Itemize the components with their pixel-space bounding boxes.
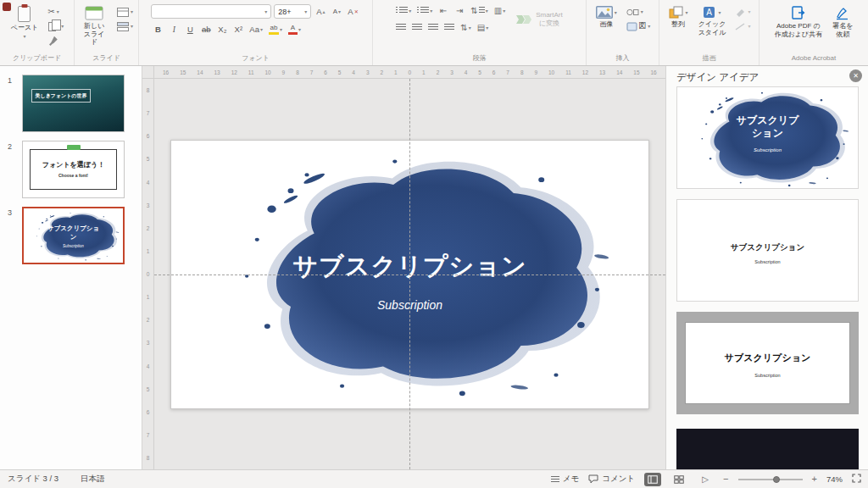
convert-smartart-button[interactable]: SmartArt に変換 — [512, 4, 565, 27]
underline-button[interactable]: U — [183, 23, 197, 36]
increase-indent-button[interactable]: ⇥ — [453, 4, 466, 17]
highlight-color-button[interactable]: ab ▾ — [267, 23, 284, 36]
diagram-button[interactable]: 図 ▾ — [625, 20, 653, 32]
zoom-slider-knob[interactable] — [773, 476, 780, 483]
slide-layout-button[interactable]: ▾ — [115, 6, 135, 18]
zoom-level[interactable]: 74% — [826, 474, 843, 484]
chevron-down-icon: ▾ — [718, 10, 721, 15]
decrease-indent-button[interactable]: ⇤ — [437, 4, 450, 17]
scissors-icon: ✂ — [47, 8, 54, 16]
chevron-down-icon: ▾ — [61, 24, 64, 29]
comments-icon — [588, 474, 598, 484]
design-idea-4[interactable] — [676, 429, 859, 469]
zoom-out-button[interactable]: − — [723, 474, 728, 484]
section-button[interactable]: ▾ — [115, 20, 135, 32]
font-size-select[interactable]: 28+ ▾ — [274, 4, 311, 19]
arrange-label: 整列 — [671, 20, 685, 29]
numbering-button[interactable]: ▾ — [415, 4, 434, 17]
powerpoint-window: ペースト ▾ ✂▾ ▾ クリップボード 新しい スライド — [0, 0, 868, 488]
font-name-select[interactable]: ▾ — [151, 4, 271, 19]
design-idea-2[interactable]: サブスクリプション Subscription — [676, 199, 859, 302]
zoom-slider[interactable] — [738, 474, 803, 485]
zoom-in-button[interactable]: + — [812, 474, 817, 484]
font-size-value: 28+ — [278, 8, 291, 16]
indent-decrease-icon: ⇤ — [440, 7, 447, 15]
diagram-label: 図 — [639, 21, 647, 31]
design-idea-3[interactable]: サブスクリプション Subscription — [676, 312, 859, 414]
slide-2-subtitle: Choose a font! — [23, 173, 124, 178]
comments-button[interactable]: コメント — [588, 474, 635, 485]
chevron-down-icon: ▾ — [469, 25, 471, 30]
normal-view-button[interactable] — [644, 473, 661, 486]
font-group-label: フォント — [142, 53, 369, 65]
design-ideas-panel: デザイン アイデア ✕ サブスクリプ ション Subscription サブスク… — [665, 66, 868, 469]
align-text-button[interactable]: ▤▾ — [476, 21, 490, 34]
chevron-down-icon: ▾ — [260, 27, 263, 32]
subscript-button[interactable]: X₂ — [215, 23, 229, 36]
clear-formatting-button[interactable]: A✕ — [346, 5, 359, 18]
horizontal-guide[interactable] — [154, 274, 665, 275]
horizontal-ruler[interactable]: 1615141312111098765432101234567891011121… — [154, 66, 665, 79]
diagram-icon — [626, 22, 637, 31]
request-signatures-button[interactable]: 署名を 依頼 — [830, 4, 855, 40]
chevron-down-icon: ▾ — [748, 9, 750, 14]
shapes-button[interactable]: ▾ — [625, 6, 653, 18]
language-button[interactable]: 日本語 — [81, 474, 105, 485]
arrange-button[interactable]: ▾ 整列 — [666, 4, 691, 30]
justify-button[interactable] — [442, 21, 456, 34]
slideshow-button[interactable]: ▷ — [697, 473, 714, 486]
chevron-down-icon: ▾ — [486, 25, 488, 30]
italic-button[interactable]: I — [167, 23, 181, 36]
line-spacing-button[interactable]: ⇅▾ — [469, 4, 489, 17]
align-left-button[interactable] — [394, 21, 408, 34]
justify-icon — [444, 24, 454, 31]
copy-button[interactable]: ▾ — [46, 20, 65, 32]
strikethrough-button[interactable]: ab — [199, 23, 213, 36]
chevron-down-icon: ▾ — [131, 9, 133, 14]
columns-icon: ▥ — [494, 7, 502, 15]
picture-button[interactable]: ▾ 画像 — [593, 4, 620, 30]
design-idea-1[interactable]: サブスクリプ ション Subscription — [676, 86, 859, 189]
chevron-down-icon: ▾ — [304, 9, 307, 14]
slide-3-subtitle: Subscription — [24, 244, 123, 248]
quick-styles-button[interactable]: A ▾ クイック スタイル — [696, 4, 729, 38]
chevron-down-icon: ▾ — [641, 9, 643, 14]
increase-font-size-button[interactable]: A▴ — [314, 5, 327, 18]
superscript-button[interactable]: X² — [231, 23, 245, 36]
slide-2-title: フォントを選ぼう！ — [23, 160, 124, 169]
create-pdf-button[interactable]: Adobe PDF の 作成および共有 — [772, 4, 826, 40]
status-bar: スライド 3 / 3 日本語 メモ コメント ▷ − + 74% — [0, 469, 868, 488]
shape-fill-button[interactable]: ▾ — [733, 6, 752, 18]
slide-1-title: 美しきフォントの世界 — [34, 92, 88, 99]
highlight-color-bar — [269, 32, 279, 35]
change-case-button[interactable]: Aa▾ — [248, 23, 264, 36]
bullets-button[interactable]: ▾ — [394, 4, 413, 17]
bold-button[interactable]: B — [151, 23, 164, 36]
chevron-down-icon: ▾ — [430, 8, 432, 14]
slide-2-thumbnail[interactable]: フォントを選ぼう！ Choose a font! — [22, 141, 125, 198]
adobe-pdf-icon — [791, 6, 806, 20]
notes-button[interactable]: メモ — [551, 474, 579, 485]
slide-3-thumbnail[interactable]: サブスクリプション Subscription — [22, 207, 125, 264]
slide-thumbnail-row-2: 2 フォントを選ぼう！ Choose a font! — [0, 141, 142, 203]
columns-button[interactable]: ▥▾ — [492, 4, 507, 17]
text-direction-button[interactable]: ⇅▾ — [459, 21, 472, 34]
vertical-ruler[interactable]: 87654321012345678 — [142, 79, 154, 469]
fit-to-window-button[interactable] — [852, 474, 861, 485]
shape-outline-button[interactable]: ▾ — [733, 20, 752, 32]
paste-button[interactable]: ペースト ▾ — [8, 4, 42, 41]
align-right-button[interactable] — [426, 21, 440, 34]
cut-button[interactable]: ✂▾ — [46, 6, 65, 18]
align-center-button[interactable] — [410, 21, 424, 34]
close-button[interactable]: ✕ — [849, 69, 862, 82]
fit-to-window-icon — [852, 474, 861, 483]
chevron-down-icon: ▾ — [615, 10, 617, 15]
slide-1-thumbnail[interactable]: 美しきフォントの世界 — [22, 75, 125, 132]
decrease-font-size-button[interactable]: A▾ — [330, 5, 343, 18]
slide-sorter-view-button[interactable] — [670, 473, 687, 486]
format-painter-button[interactable] — [46, 35, 65, 47]
new-slide-button[interactable]: 新しい スライド — [78, 4, 110, 48]
chevron-down-icon: ▾ — [131, 24, 133, 29]
font-color-button[interactable]: A ▾ — [287, 23, 303, 36]
insert-group-label: 挿入 — [590, 53, 655, 65]
